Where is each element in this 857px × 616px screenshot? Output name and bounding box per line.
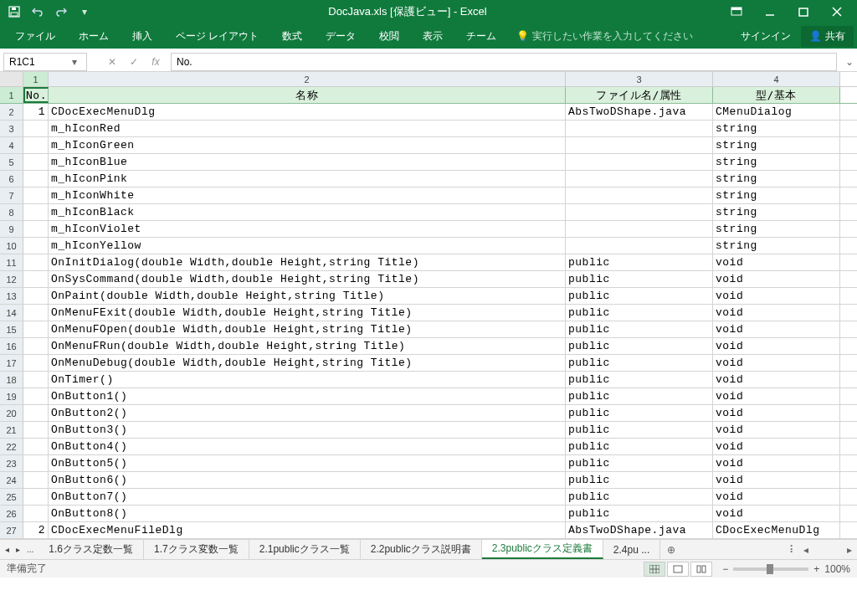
cell[interactable]: CDocExecMenuDlg (713, 522, 840, 538)
tab-nav-prev-icon[interactable]: ▸ (16, 545, 20, 554)
cell[interactable]: OnButton5() (49, 455, 566, 471)
row-header[interactable]: 10 (0, 238, 23, 254)
column-header[interactable]: 1 (23, 72, 49, 86)
cell[interactable] (23, 238, 49, 254)
save-icon[interactable] (3, 2, 25, 22)
cell[interactable]: 2 (23, 522, 49, 538)
cell[interactable]: m_hIconBlack (49, 204, 566, 220)
cell[interactable]: OnButton8() (49, 506, 566, 521)
cell[interactable]: void (713, 288, 840, 304)
cell[interactable]: OnMenuFOpen(double Width,double Height,s… (49, 321, 566, 337)
redo-icon[interactable] (50, 2, 72, 22)
cell[interactable] (23, 254, 49, 270)
ribbon-tab[interactable]: 挿入 (121, 23, 164, 49)
cell[interactable]: m_hIconPink (49, 171, 566, 187)
column-header[interactable]: 3 (566, 72, 713, 86)
cell[interactable] (566, 137, 713, 153)
fx-icon[interactable]: fx (146, 53, 166, 71)
row-header[interactable]: 23 (0, 455, 23, 471)
row-header[interactable]: 6 (0, 171, 23, 187)
sheet-tab[interactable]: 2.3publicクラス定義書 (482, 540, 603, 559)
ribbon-tab[interactable]: 校閲 (367, 23, 411, 49)
cell[interactable]: string (713, 137, 840, 153)
cell[interactable]: void (713, 388, 840, 404)
row-header[interactable]: 14 (0, 305, 23, 321)
cell[interactable]: string (713, 238, 840, 254)
cell[interactable]: public (566, 288, 713, 304)
sheet-tab[interactable]: 1.6クラス定数一覧 (38, 540, 144, 559)
cell[interactable] (566, 154, 713, 170)
cell[interactable]: void (713, 321, 840, 337)
cell[interactable]: void (713, 405, 840, 421)
cell[interactable] (23, 271, 49, 287)
sheet-tab[interactable]: 1.7クラス変数一覧 (144, 540, 249, 559)
cell[interactable] (23, 405, 49, 421)
row-header[interactable]: 3 (0, 121, 23, 136)
cell[interactable]: OnButton2() (49, 405, 566, 421)
cell[interactable]: void (713, 472, 840, 488)
cell[interactable]: public (566, 405, 713, 421)
cell[interactable] (23, 288, 49, 304)
cell[interactable]: public (566, 372, 713, 388)
cell[interactable]: OnButton3() (49, 422, 566, 438)
cell[interactable]: public (566, 338, 713, 354)
cell[interactable] (23, 422, 49, 438)
cell[interactable]: OnInitDialog(double Width,double Height,… (49, 254, 566, 270)
cell[interactable]: public (566, 472, 713, 488)
ribbon-tab[interactable]: ファイル (3, 23, 67, 49)
cell[interactable]: CDocExecMenuDlg (49, 104, 566, 120)
cell[interactable]: void (713, 372, 840, 388)
chevron-down-icon[interactable]: ▾ (68, 56, 81, 68)
cell[interactable]: OnButton6() (49, 472, 566, 488)
ribbon-tab[interactable]: 数式 (270, 23, 314, 49)
row-header[interactable]: 17 (0, 355, 23, 371)
maximize-icon[interactable] (787, 0, 820, 23)
row-header[interactable]: 16 (0, 338, 23, 354)
row-header[interactable]: 27 (0, 522, 23, 538)
cell[interactable] (23, 221, 49, 237)
cell[interactable] (23, 204, 49, 220)
header-cell[interactable]: 型/基本 (713, 87, 840, 103)
row-header[interactable]: 11 (0, 254, 23, 270)
cell[interactable]: OnButton7() (49, 489, 566, 505)
sheet-tab[interactable]: 2.1publicクラス一覧 (249, 540, 361, 559)
row-header[interactable]: 15 (0, 321, 23, 337)
cell[interactable]: public (566, 422, 713, 438)
enter-formula-icon[interactable]: ✓ (124, 53, 144, 71)
cell[interactable]: public (566, 321, 713, 337)
row-header[interactable]: 12 (0, 271, 23, 287)
cell[interactable] (23, 321, 49, 337)
cell[interactable]: OnMenuFRun(double Width,double Height,st… (49, 338, 566, 354)
header-cell[interactable]: No. (23, 87, 49, 103)
zoom-out-icon[interactable]: − (722, 563, 728, 575)
cell[interactable]: void (713, 355, 840, 371)
cell[interactable]: OnMenuFExit(double Width,double Height,s… (49, 305, 566, 321)
cell[interactable]: CMenuDialog (713, 104, 840, 120)
cell[interactable] (23, 305, 49, 321)
row-header[interactable]: 19 (0, 388, 23, 404)
cell[interactable]: OnMenuDebug(double Width,double Height,s… (49, 355, 566, 371)
name-box[interactable]: R1C1 ▾ (3, 53, 87, 71)
cell[interactable]: public (566, 439, 713, 454)
qat-more-icon[interactable]: ▾ (74, 2, 95, 22)
cell[interactable]: void (713, 305, 840, 321)
row-header[interactable]: 9 (0, 221, 23, 237)
cell[interactable]: public (566, 305, 713, 321)
cell[interactable]: string (713, 121, 840, 136)
row-header[interactable]: 1 (0, 87, 23, 103)
cell[interactable]: void (713, 254, 840, 270)
cell[interactable]: OnTimer() (49, 372, 566, 388)
cell[interactable] (23, 439, 49, 454)
cell[interactable]: m_hIconBlue (49, 154, 566, 170)
cell[interactable] (23, 187, 49, 203)
row-header[interactable]: 22 (0, 439, 23, 454)
cell[interactable]: OnButton1() (49, 388, 566, 404)
cell[interactable]: void (713, 439, 840, 454)
cell[interactable] (23, 171, 49, 187)
tab-scroll-btn-right-icon[interactable]: ▸ (847, 544, 852, 556)
row-header[interactable]: 4 (0, 137, 23, 153)
cell[interactable] (23, 372, 49, 388)
cell[interactable]: void (713, 489, 840, 505)
cell[interactable]: OnPaint(double Width,double Height,strin… (49, 288, 566, 304)
cell[interactable] (566, 238, 713, 254)
